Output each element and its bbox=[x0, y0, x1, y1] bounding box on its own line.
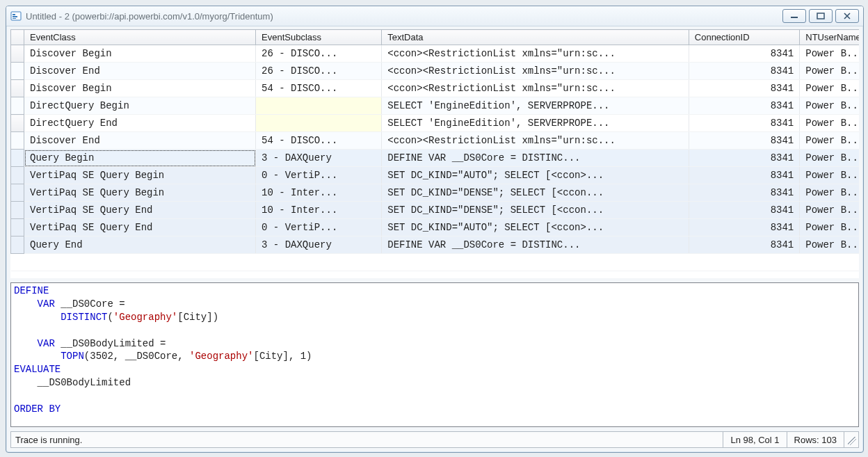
cell[interactable]: DirectQuery Begin bbox=[24, 97, 256, 115]
svg-rect-1 bbox=[13, 14, 15, 15]
cell[interactable]: Discover End bbox=[24, 63, 256, 80]
cell[interactable]: 54 - DISCO... bbox=[256, 132, 382, 150]
cell[interactable]: DirectQuery End bbox=[24, 115, 256, 132]
cell[interactable]: Power B... bbox=[800, 45, 859, 63]
row-header[interactable] bbox=[11, 80, 24, 97]
cell[interactable]: Power B... bbox=[800, 219, 859, 236]
cell[interactable]: Power B... bbox=[800, 236, 859, 254]
row-header[interactable] bbox=[11, 184, 24, 202]
maximize-button[interactable] bbox=[809, 9, 833, 23]
table-row[interactable]: DirectQuery End SELECT 'EngineEdition', … bbox=[11, 115, 860, 132]
cell[interactable]: 0 - VertiP... bbox=[256, 219, 382, 236]
cell[interactable]: 8341 bbox=[689, 45, 799, 63]
row-header[interactable] bbox=[11, 63, 24, 80]
row-header[interactable] bbox=[11, 115, 24, 132]
cell[interactable]: <ccon><RestrictionList xmlns="urn:sc... bbox=[382, 63, 689, 80]
table-row[interactable]: VertiPaq SE Query End10 - Inter...SET DC… bbox=[11, 202, 860, 219]
row-header[interactable] bbox=[11, 150, 24, 167]
cell[interactable]: Query End bbox=[24, 236, 256, 254]
cell[interactable]: 8341 bbox=[689, 63, 799, 80]
cell[interactable]: Query Begin bbox=[24, 150, 256, 167]
cell[interactable]: SET DC_KIND="AUTO"; SELECT [<ccon>... bbox=[382, 167, 689, 184]
cell[interactable]: 8341 bbox=[689, 202, 799, 219]
row-header[interactable] bbox=[11, 167, 24, 184]
cell[interactable]: SELECT 'EngineEdition', SERVERPROPE... bbox=[382, 97, 689, 115]
cell[interactable]: VertiPaq SE Query End bbox=[24, 219, 256, 236]
row-header[interactable] bbox=[11, 219, 24, 236]
row-header[interactable] bbox=[11, 236, 24, 254]
cell[interactable]: 8341 bbox=[689, 184, 799, 202]
cell[interactable]: 3 - DAXQuery bbox=[256, 150, 382, 167]
table-row[interactable]: Discover Begin26 - DISCO...<ccon><Restri… bbox=[11, 45, 860, 63]
cell[interactable]: 26 - DISCO... bbox=[256, 45, 382, 63]
cell[interactable]: SELECT 'EngineEdition', SERVERPROPE... bbox=[382, 115, 689, 132]
cell[interactable]: Power B... bbox=[800, 167, 859, 184]
query-editor[interactable]: DEFINE VAR __DS0Core = DISTINCT('Geograp… bbox=[10, 282, 859, 427]
cell[interactable]: 10 - Inter... bbox=[256, 202, 382, 219]
table-row[interactable]: Discover End26 - DISCO...<ccon><Restrict… bbox=[11, 63, 860, 80]
cell[interactable]: Power B... bbox=[800, 63, 859, 80]
table-row[interactable]: VertiPaq SE Query End0 - VertiP...SET DC… bbox=[11, 219, 860, 236]
table-row[interactable]: Query Begin3 - DAXQueryDEFINE VAR __DS0C… bbox=[11, 150, 860, 167]
column-header[interactable]: EventSubclass bbox=[256, 30, 382, 45]
app-icon bbox=[10, 10, 22, 22]
cell[interactable]: Discover End bbox=[24, 132, 256, 150]
column-header[interactable]: EventClass bbox=[24, 30, 256, 45]
cell[interactable]: <ccon><RestrictionList xmlns="urn:sc... bbox=[382, 132, 689, 150]
table-row[interactable]: VertiPaq SE Query Begin0 - VertiP...SET … bbox=[11, 167, 860, 184]
cell[interactable]: VertiPaq SE Query Begin bbox=[24, 184, 256, 202]
cell[interactable]: 8341 bbox=[689, 97, 799, 115]
cell[interactable]: 8341 bbox=[689, 132, 799, 150]
cell[interactable]: 8341 bbox=[689, 236, 799, 254]
cell[interactable] bbox=[256, 97, 382, 115]
cell[interactable]: Power B... bbox=[800, 97, 859, 115]
content-area: EventClassEventSubclassTextDataConnectio… bbox=[6, 26, 863, 427]
table-row[interactable]: VertiPaq SE Query Begin10 - Inter...SET … bbox=[11, 184, 860, 202]
cell[interactable]: 8341 bbox=[689, 115, 799, 132]
cell[interactable]: VertiPaq SE Query End bbox=[24, 202, 256, 219]
cell[interactable]: Power B... bbox=[800, 80, 859, 97]
titlebar[interactable]: Untitled - 2 (powerbi://api.powerbi.com/… bbox=[6, 6, 863, 26]
cell[interactable]: <ccon><RestrictionList xmlns="urn:sc... bbox=[382, 80, 689, 97]
cell[interactable]: Power B... bbox=[800, 202, 859, 219]
cell[interactable]: SET DC_KIND="DENSE"; SELECT [<ccon... bbox=[382, 184, 689, 202]
column-header[interactable]: ConnectionID bbox=[689, 30, 799, 45]
cell[interactable]: DEFINE VAR __DS0Core = DISTINC... bbox=[382, 150, 689, 167]
cell[interactable]: Power B... bbox=[800, 184, 859, 202]
cell[interactable] bbox=[256, 115, 382, 132]
resize-grip-icon[interactable] bbox=[844, 431, 859, 448]
table-row[interactable]: Discover Begin54 - DISCO...<ccon><Restri… bbox=[11, 80, 860, 97]
cell[interactable]: 54 - DISCO... bbox=[256, 80, 382, 97]
cell[interactable]: <ccon><RestrictionList xmlns="urn:sc... bbox=[382, 45, 689, 63]
cell[interactable]: SET DC_KIND="AUTO"; SELECT [<ccon>... bbox=[382, 219, 689, 236]
row-header[interactable] bbox=[11, 202, 24, 219]
cell[interactable]: 8341 bbox=[689, 167, 799, 184]
table-row[interactable]: Query End3 - DAXQueryDEFINE VAR __DS0Cor… bbox=[11, 236, 860, 254]
cell[interactable]: Discover Begin bbox=[24, 80, 256, 97]
table-row[interactable]: DirectQuery Begin SELECT 'EngineEdition'… bbox=[11, 97, 860, 115]
column-header[interactable]: TextData bbox=[382, 30, 689, 45]
minimize-button[interactable] bbox=[782, 9, 806, 23]
cell[interactable]: SET DC_KIND="DENSE"; SELECT [<ccon... bbox=[382, 202, 689, 219]
cell[interactable]: 0 - VertiP... bbox=[256, 167, 382, 184]
column-header[interactable]: NTUserName bbox=[800, 30, 859, 45]
cell[interactable]: 8341 bbox=[689, 150, 799, 167]
svg-rect-5 bbox=[817, 13, 824, 19]
close-button[interactable] bbox=[835, 9, 859, 23]
cell[interactable]: 8341 bbox=[689, 80, 799, 97]
cell[interactable]: Discover Begin bbox=[24, 45, 256, 63]
cell[interactable]: 3 - DAXQuery bbox=[256, 236, 382, 254]
row-header[interactable] bbox=[11, 45, 24, 63]
row-header[interactable] bbox=[11, 97, 24, 115]
trace-grid[interactable]: EventClassEventSubclassTextDataConnectio… bbox=[10, 29, 859, 278]
table-row[interactable]: Discover End54 - DISCO...<ccon><Restrict… bbox=[11, 132, 860, 150]
cell[interactable]: Power B... bbox=[800, 132, 859, 150]
row-header[interactable] bbox=[11, 132, 24, 150]
cell[interactable]: 26 - DISCO... bbox=[256, 63, 382, 80]
cell[interactable]: 10 - Inter... bbox=[256, 184, 382, 202]
cell[interactable]: 8341 bbox=[689, 219, 799, 236]
cell[interactable]: Power B... bbox=[800, 150, 859, 167]
cell[interactable]: VertiPaq SE Query Begin bbox=[24, 167, 256, 184]
cell[interactable]: DEFINE VAR __DS0Core = DISTINC... bbox=[382, 236, 689, 254]
cell[interactable]: Power B... bbox=[800, 115, 859, 132]
